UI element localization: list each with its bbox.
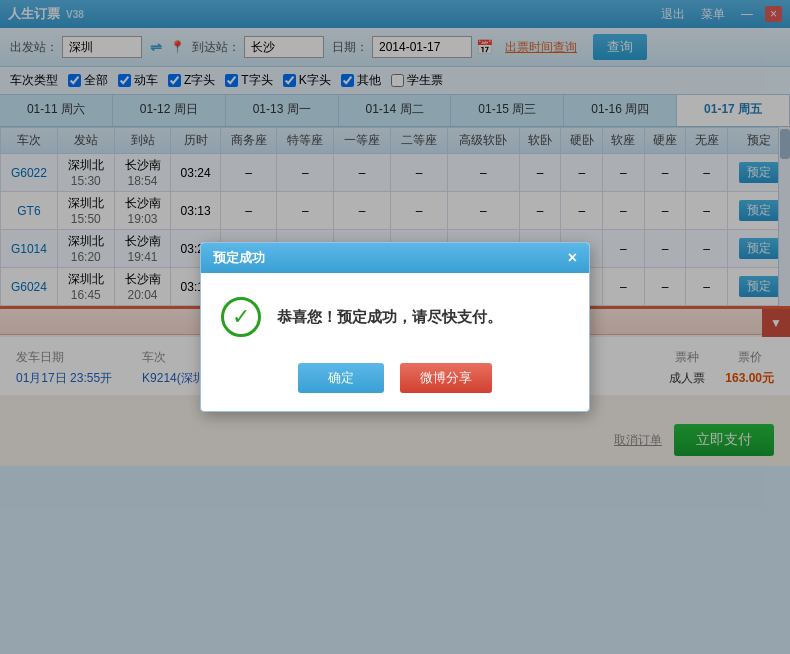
modal-message: 恭喜您！预定成功，请尽快支付。 — [277, 308, 502, 327]
modal-title-bar: 预定成功 × — [201, 243, 589, 273]
success-icon: ✓ — [221, 297, 261, 337]
success-modal: 预定成功 × ✓ 恭喜您！预定成功，请尽快支付。 确定 微博分享 — [200, 242, 590, 412]
modal-title: 预定成功 — [213, 249, 265, 267]
modal-body: ✓ 恭喜您！预定成功，请尽快支付。 — [201, 273, 589, 353]
modal-share-btn[interactable]: 微博分享 — [400, 363, 492, 393]
modal-overlay: 预定成功 × ✓ 恭喜您！预定成功，请尽快支付。 确定 微博分享 — [0, 0, 790, 654]
modal-footer: 确定 微博分享 — [201, 353, 589, 411]
modal-ok-btn[interactable]: 确定 — [298, 363, 384, 393]
modal-close-btn[interactable]: × — [568, 250, 577, 266]
